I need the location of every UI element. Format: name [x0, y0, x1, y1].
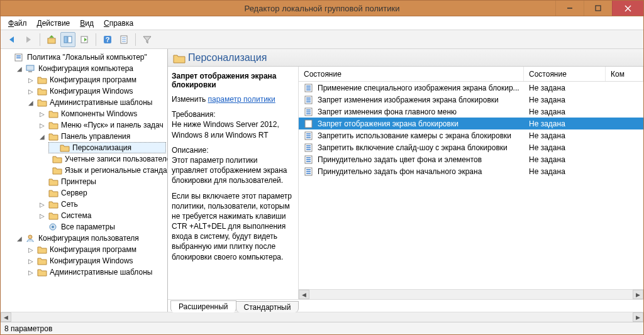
tree-prog-config[interactable]: ▷Конфигурация программ: [26, 74, 166, 85]
policy-row[interactable]: Запрет изменения фона главного менюНе за…: [299, 106, 643, 118]
expand-icon[interactable]: ▷: [38, 110, 46, 118]
policy-rows: Применение специального изображения экра…: [299, 82, 643, 289]
tree-control-panel[interactable]: ◢Панель управления: [37, 131, 166, 142]
requirements: Требования: Не ниже Windows Server 2012,…: [172, 109, 292, 140]
svg-rect-28: [306, 85, 311, 87]
tree-u-win-config[interactable]: ▷Конфигурация Windows: [26, 255, 166, 266]
tree-computer-config[interactable]: ◢ Конфигурация компьютера: [14, 63, 166, 74]
expand-icon[interactable]: ▷: [38, 121, 46, 129]
policy-icon: [304, 131, 314, 141]
policy-row[interactable]: Принудительно задать фон начального экра…: [299, 165, 643, 177]
expand-icon[interactable]: ▷: [27, 257, 35, 265]
scroll-track[interactable]: [11, 312, 633, 322]
policy-row[interactable]: Запретить использование камеры с экрана …: [299, 129, 643, 141]
policy-state-cell: Не задана: [524, 119, 606, 128]
svg-rect-30: [306, 89, 311, 91]
horizontal-scrollbar[interactable]: ◀ ▶: [299, 289, 643, 299]
expand-icon[interactable]: ▷: [27, 87, 35, 95]
window-body: Файл Действие Вид Справка ?: [0, 16, 644, 335]
close-button[interactable]: [612, 1, 643, 16]
expand-icon[interactable]: ▷: [27, 76, 35, 84]
tab-extended[interactable]: Расширенный: [170, 300, 236, 312]
policy-row[interactable]: Применение специального изображения экра…: [299, 82, 643, 94]
collapse-icon[interactable]: ◢: [27, 99, 35, 106]
policy-state-cell: Не задана: [524, 155, 606, 164]
menu-view[interactable]: Вид: [76, 18, 97, 29]
scroll-right-button[interactable]: ▶: [633, 290, 643, 299]
column-comment[interactable]: Ком: [606, 67, 643, 81]
menu-file[interactable]: Файл: [4, 18, 31, 29]
tree-printers[interactable]: Принтеры: [37, 176, 166, 187]
policy-row[interactable]: Принудительно задать цвет фона и элемент…: [299, 153, 643, 165]
properties-button[interactable]: [116, 32, 131, 47]
menu-help[interactable]: Справка: [100, 18, 137, 29]
policy-row[interactable]: Запрет изменения изображения экрана блок…: [299, 94, 643, 106]
details: Запрет отображения экрана блокировки Изм…: [168, 67, 643, 299]
tree-root[interactable]: Политика "Локальный компьютер": [3, 52, 166, 63]
policy-row[interactable]: Запретить включение слайд-шоу с экрана б…: [299, 141, 643, 153]
svg-rect-53: [306, 159, 311, 160]
help-button[interactable]: ?: [100, 32, 115, 47]
forward-button[interactable]: [21, 32, 36, 47]
tree-network[interactable]: ▷Сеть: [37, 199, 166, 210]
collapse-icon[interactable]: ◢: [16, 65, 23, 72]
tree-pane[interactable]: Политика "Локальный компьютер" ◢ Конфигу…: [1, 49, 168, 312]
policy-row[interactable]: Запрет отображения экрана блокировкиНе з…: [299, 118, 643, 129]
show-tree-button[interactable]: [60, 32, 75, 47]
policy-name-cell: Запрет отображения экрана блокировки: [299, 119, 524, 129]
menu-action[interactable]: Действие: [33, 18, 74, 29]
menubar: Файл Действие Вид Справка: [1, 16, 643, 30]
back-button[interactable]: [4, 32, 19, 47]
tree-user-config[interactable]: ◢Конфигурация пользователя: [14, 233, 166, 244]
tree-lang-region[interactable]: Язык и региональные стандарты: [48, 165, 166, 176]
scroll-track[interactable]: [309, 290, 633, 299]
column-state[interactable]: Состояние: [524, 67, 606, 81]
tab-standard[interactable]: Стандартный: [236, 301, 299, 312]
edit-line: Изменить параметр политики: [172, 94, 292, 104]
tree-admin-templates[interactable]: ◢Административные шаблоны: [26, 97, 166, 108]
policy-name-text: Запретить включение слайд-шоу с экрана б…: [318, 143, 508, 152]
folder-icon: [60, 143, 70, 152]
folder-icon: [52, 155, 62, 163]
policy-name-cell: Запретить использование камеры с экрана …: [299, 131, 524, 141]
tree-personalization[interactable]: Персонализация: [48, 142, 166, 153]
list-pane: Состояние Состояние Ком Применение специ…: [299, 67, 643, 299]
svg-rect-37: [306, 111, 311, 113]
column-name[interactable]: Состояние: [299, 67, 524, 81]
tree-u-admin-tpl[interactable]: ▷Административные шаблоны: [26, 266, 166, 278]
tree-all-params[interactable]: Все параметры: [37, 221, 166, 233]
svg-rect-29: [306, 87, 311, 89]
edit-policy-link[interactable]: параметр политики: [208, 95, 275, 104]
up-button[interactable]: [44, 32, 59, 47]
tree-server[interactable]: Сервер: [37, 187, 166, 199]
outer-horizontal-scrollbar[interactable]: ◀ ▶: [1, 312, 643, 322]
folder-icon: [48, 189, 58, 197]
collapse-icon[interactable]: ◢: [16, 234, 23, 242]
expand-icon[interactable]: ▷: [38, 212, 46, 219]
computer-icon: [26, 64, 36, 73]
filter-button[interactable]: [140, 32, 155, 47]
description-text: Описание: Этот параметр политики управля…: [172, 145, 292, 186]
export-button[interactable]: [77, 32, 92, 47]
titlebar: Редактор локальной групповой политики: [0, 0, 644, 16]
expand-icon[interactable]: ▷: [38, 200, 46, 208]
scroll-right-button[interactable]: ▶: [633, 312, 643, 322]
scroll-left-button[interactable]: ◀: [1, 312, 11, 322]
svg-rect-33: [306, 99, 311, 101]
collapse-icon[interactable]: ◢: [38, 133, 46, 140]
scroll-left-button[interactable]: ◀: [299, 290, 309, 299]
expand-icon[interactable]: ▷: [27, 246, 35, 253]
svg-point-26: [28, 235, 32, 239]
tree-win-components[interactable]: ▷Компоненты Windows: [37, 108, 166, 119]
svg-text:?: ?: [106, 36, 110, 43]
tree-win-config[interactable]: ▷Конфигурация Windows: [26, 85, 166, 97]
svg-rect-6: [48, 38, 55, 43]
svg-rect-21: [16, 57, 21, 58]
tree-system[interactable]: ▷Система: [37, 210, 166, 221]
tree-start-taskbar[interactable]: ▷Меню «Пуск» и панель задач: [37, 119, 166, 131]
minimize-button[interactable]: [555, 1, 584, 16]
tree-u-prog-config[interactable]: ▷Конфигурация программ: [26, 244, 166, 255]
expand-icon[interactable]: ▷: [27, 268, 35, 276]
tree-user-accounts[interactable]: Учетные записи пользователей: [48, 153, 166, 165]
maximize-button[interactable]: [584, 1, 612, 16]
